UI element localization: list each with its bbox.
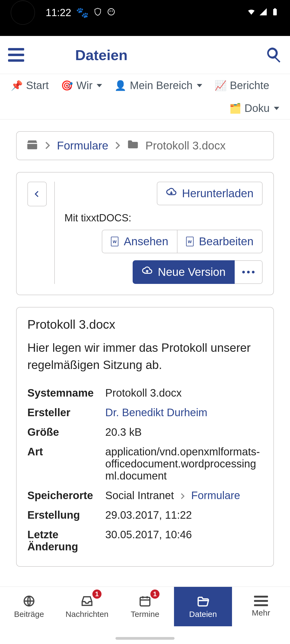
wifi-icon bbox=[247, 7, 256, 19]
meta-label-size: Größe bbox=[27, 426, 105, 438]
chevron-right-icon bbox=[115, 139, 121, 152]
more-actions-button[interactable] bbox=[235, 260, 263, 284]
tab-label: Beiträge bbox=[14, 610, 44, 619]
home-indicator bbox=[115, 637, 175, 640]
word-file-icon: w bbox=[186, 237, 194, 246]
meta-label-systemname: Systemname bbox=[27, 387, 105, 399]
tab-label: Dateien bbox=[189, 610, 217, 619]
meta-value-type: application/vnd.openxmlformats-officedoc… bbox=[105, 446, 263, 482]
back-button[interactable] bbox=[27, 182, 47, 206]
tab-events[interactable]: 1 Termine bbox=[116, 587, 174, 626]
bottom-nav: Beiträge 1 Nachrichten 1 Termine Dateien… bbox=[0, 587, 290, 626]
view-button[interactable]: w Ansehen bbox=[102, 230, 177, 253]
meta-value-systemname: Protokoll 3.docx bbox=[105, 387, 263, 399]
page-title: Dateien bbox=[27, 47, 265, 63]
tab-files[interactable]: Dateien bbox=[174, 587, 232, 626]
meta-label-modified: Letzte Änderung bbox=[27, 529, 105, 553]
file-actions: Herunterladen Mit tixxtDOCS: w Ansehen w bbox=[16, 172, 274, 295]
signal-icon bbox=[259, 7, 267, 19]
meta-label-locations: Speicherorte bbox=[27, 489, 105, 502]
status-circle-icon bbox=[107, 7, 115, 19]
svg-point-2 bbox=[112, 10, 113, 12]
tab-label: Nachrichten bbox=[66, 610, 108, 619]
folder-icon: 🗂️ bbox=[229, 103, 241, 114]
breadcrumb-current: Protokoll 3.docx bbox=[145, 139, 226, 152]
creator-link[interactable]: Dr. Benedikt Durheim bbox=[105, 407, 207, 418]
nav-label: Mein Bereich bbox=[130, 79, 192, 92]
calendar-icon bbox=[138, 595, 152, 608]
tab-more[interactable]: Mehr bbox=[232, 587, 290, 626]
button-label: Herunterladen bbox=[182, 187, 253, 200]
cloud-download-icon bbox=[166, 187, 177, 200]
nav-wir[interactable]: 🎯 Wir bbox=[61, 79, 102, 92]
meta-label-created: Erstellung bbox=[27, 509, 105, 521]
folder-open-icon bbox=[196, 595, 210, 608]
nav-label: Start bbox=[26, 79, 49, 92]
chevron-down-icon bbox=[197, 84, 202, 87]
messages-badge: 1 bbox=[92, 590, 102, 599]
meta-value-size: 20.3 kB bbox=[105, 426, 263, 438]
file-details-card: Protokoll 3.docx Hier legen wir immer da… bbox=[16, 307, 274, 567]
nav-label: Wir bbox=[76, 79, 92, 92]
location-root: Social Intranet bbox=[105, 489, 174, 501]
nav-label: Berichte bbox=[230, 79, 269, 92]
breadcrumb-home[interactable] bbox=[26, 139, 38, 152]
inbox-icon bbox=[80, 595, 94, 608]
top-nav: 📌 Start 🎯 Wir 👤 Mein Bereich 📈 Berichte … bbox=[0, 74, 290, 119]
button-label: Ansehen bbox=[124, 235, 168, 248]
chevron-down-icon bbox=[97, 84, 102, 87]
chart-icon: 📈 bbox=[215, 80, 227, 91]
chevron-right-icon bbox=[45, 139, 50, 152]
status-app-icon-1: 🐾 bbox=[76, 7, 89, 19]
breadcrumb: Formulare Protokoll 3.docx bbox=[16, 131, 274, 160]
word-file-icon: w bbox=[111, 237, 118, 246]
tab-messages[interactable]: 1 Nachrichten bbox=[58, 587, 116, 626]
svg-rect-6 bbox=[140, 597, 150, 606]
button-label: Neue Version bbox=[158, 266, 226, 279]
svg-rect-4 bbox=[274, 8, 276, 9]
person-icon: 👤 bbox=[114, 80, 126, 91]
folder-icon bbox=[127, 139, 139, 152]
meta-value-modified: 30.05.2017, 10:46 bbox=[105, 529, 263, 541]
meta-value-created: 29.03.2017, 11:22 bbox=[105, 509, 263, 521]
search-button[interactable] bbox=[265, 46, 282, 64]
tab-posts[interactable]: Beiträge bbox=[0, 587, 58, 626]
status-bar: 11:22 🐾 bbox=[0, 0, 290, 36]
docs-hint-label: Mit tixxtDOCS: bbox=[64, 212, 131, 224]
target-icon: 🎯 bbox=[61, 80, 73, 91]
meta-label-type: Art bbox=[27, 446, 105, 458]
events-badge: 1 bbox=[150, 590, 160, 599]
svg-rect-3 bbox=[273, 9, 277, 15]
menu-icon bbox=[254, 596, 268, 606]
location-folder-link[interactable]: Formulare bbox=[191, 489, 240, 501]
cloud-upload-icon bbox=[142, 266, 153, 279]
nav-start[interactable]: 📌 Start bbox=[11, 79, 49, 92]
svg-point-1 bbox=[110, 10, 111, 12]
chevron-down-icon bbox=[274, 107, 279, 110]
pin-icon: 📌 bbox=[11, 80, 23, 91]
status-avatar bbox=[11, 1, 35, 25]
nav-mein-bereich[interactable]: 👤 Mein Bereich bbox=[114, 79, 202, 92]
app-header: Dateien bbox=[0, 36, 290, 74]
dots-horizontal-icon bbox=[242, 271, 255, 273]
content-area: Formulare Protokoll 3.docx bbox=[0, 119, 290, 644]
status-time: 11:22 bbox=[46, 7, 71, 19]
download-button[interactable]: Herunterladen bbox=[157, 182, 263, 205]
nav-doku[interactable]: 🗂️ Doku bbox=[229, 102, 279, 114]
breadcrumb-folder-link[interactable]: Formulare bbox=[57, 139, 108, 152]
nav-berichte[interactable]: 📈 Berichte bbox=[215, 79, 269, 92]
file-title: Protokoll 3.docx bbox=[27, 317, 263, 332]
tab-label: Termine bbox=[131, 610, 160, 619]
svg-point-0 bbox=[108, 9, 114, 15]
new-version-button[interactable]: Neue Version bbox=[133, 260, 235, 284]
globe-icon bbox=[22, 595, 36, 608]
meta-label-creator: Ersteller bbox=[27, 407, 105, 419]
edit-button[interactable]: w Bearbeiten bbox=[177, 230, 263, 253]
chevron-right-icon bbox=[177, 489, 188, 501]
status-shield-icon bbox=[93, 7, 102, 19]
nav-label: Doku bbox=[245, 102, 270, 114]
button-label: Bearbeiten bbox=[199, 235, 253, 248]
menu-button[interactable] bbox=[8, 46, 27, 64]
battery-icon bbox=[271, 7, 279, 19]
tab-label: Mehr bbox=[252, 608, 270, 617]
